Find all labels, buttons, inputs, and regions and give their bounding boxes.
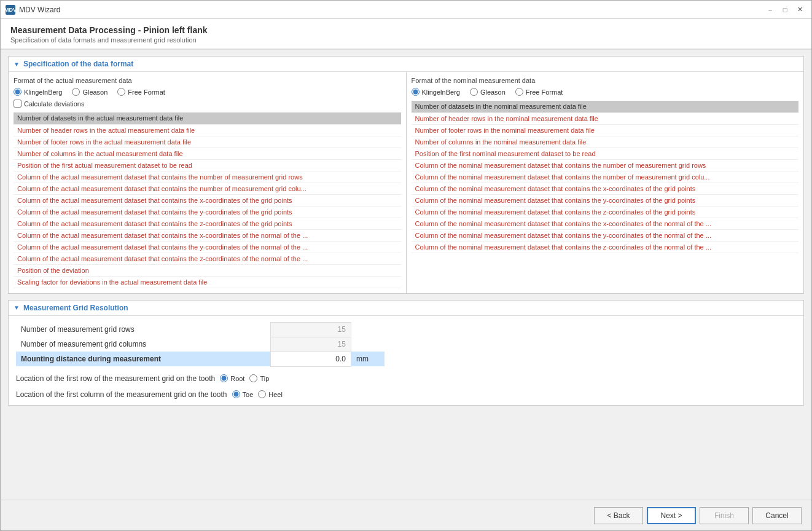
actual-format-col: Format of the actual measurement data Kl… <box>9 72 407 293</box>
app-icon: MDV <box>6 5 15 15</box>
window-controls: − □ ✕ <box>763 4 806 16</box>
minimize-button[interactable]: − <box>763 4 777 16</box>
root-option[interactable]: Root <box>220 374 244 382</box>
nominal-table-row-8: Column of the nominal measurement datase… <box>412 194 799 206</box>
footer-bar: < Back Next > Finish Cancel <box>1 500 811 530</box>
location-col-row: Location of the first column of the meas… <box>16 390 796 399</box>
title-bar: MDV MDV Wizard − □ ✕ <box>1 1 811 19</box>
grid-unit-0 <box>351 322 385 337</box>
nominal-table-row-10: Column of the nominal measurement datase… <box>412 218 799 229</box>
actual-table-row-12: Column of the actual measurement dataset… <box>14 253 401 264</box>
grid-label-2: Mounting distance during measurement <box>16 352 271 366</box>
header-section: Measurement Data Processing - Pinion lef… <box>1 19 811 49</box>
calculate-deviations-checkbox[interactable]: Calculate deviations <box>14 100 401 108</box>
actual-table-row-0: Number of datasets in the actual measure… <box>14 112 401 124</box>
grid-unit-1 <box>351 337 385 352</box>
nominal-table-row-2: Number of footer rows in the nominal mea… <box>412 124 799 136</box>
grid-value-2[interactable]: 0.0 <box>271 352 351 366</box>
toe-label: Toe <box>243 391 254 398</box>
maximize-button[interactable]: □ <box>778 4 792 16</box>
nominal-freeformat-label: Free Format <box>526 88 563 96</box>
grid-section-title: Measurement Grid Resolution <box>23 304 128 312</box>
actual-gleason-option[interactable]: Gleason <box>72 88 107 96</box>
format-columns: Format of the actual measurement data Kl… <box>9 72 803 293</box>
actual-table-row-9: Column of the actual measurement dataset… <box>14 218 401 229</box>
grid-row-2: Mounting distance during measurement0.0m… <box>16 352 385 366</box>
nominal-gleason-option[interactable]: Gleason <box>470 88 506 96</box>
expand-arrow-icon[interactable]: ▼ <box>14 61 20 68</box>
grid-section-header: ▼ Measurement Grid Resolution <box>9 301 803 316</box>
actual-table-row-2: Number of footer rows in the actual meas… <box>14 136 401 148</box>
calculate-deviations-label: Calculate deviations <box>24 100 84 108</box>
nominal-data-table: Number of datasets in the nominal measur… <box>412 101 799 253</box>
nominal-table-row-1: Number of header rows in the nominal mea… <box>412 112 799 124</box>
actual-table-row-10: Column of the actual measurement dataset… <box>14 229 401 241</box>
actual-table-row-1: Number of header rows in the actual meas… <box>14 124 401 136</box>
grid-unit-2: mm <box>351 352 385 366</box>
page-title: Measurement Data Processing - Pinion lef… <box>10 25 802 35</box>
actual-table-row-11: Column of the actual measurement dataset… <box>14 241 401 253</box>
back-button[interactable]: < Back <box>594 507 643 524</box>
actual-gleason-label: Gleason <box>82 88 107 96</box>
grid-row-1: Number of measurement grid columns15 <box>16 337 385 352</box>
data-format-title: Specification of the data format <box>23 60 133 68</box>
grid-content: Number of measurement grid rows15Number … <box>9 316 803 405</box>
nominal-table-row-7: Column of the nominal measurement datase… <box>412 183 799 194</box>
content-area: ▼ Specification of the data format Forma… <box>1 50 811 500</box>
actual-group-label: Format of the actual measurement data <box>14 77 401 84</box>
nominal-table-row-12: Column of the nominal measurement datase… <box>412 241 799 253</box>
actual-table-row-13: Position of the deviation <box>14 264 401 276</box>
nominal-table-row-6: Column of the nominal measurement datase… <box>412 171 799 183</box>
root-label: Root <box>230 375 244 382</box>
nominal-table-row-0: Number of datasets in the nominal measur… <box>412 101 799 112</box>
grid-table: Number of measurement grid rows15Number … <box>16 322 385 367</box>
grid-label-0: Number of measurement grid rows <box>16 322 271 337</box>
heel-label: Heel <box>268 391 283 398</box>
window-title: MDV Wizard <box>19 6 60 14</box>
heel-option[interactable]: Heel <box>258 390 283 398</box>
actual-table-row-8: Column of the actual measurement dataset… <box>14 206 401 218</box>
location-row-label: Location of the first row of the measure… <box>16 374 215 383</box>
actual-freeformat-option[interactable]: Free Format <box>117 88 165 96</box>
nominal-freeformat-option[interactable]: Free Format <box>515 88 563 96</box>
data-format-header: ▼ Specification of the data format <box>9 57 803 72</box>
location-row-row: Location of the first row of the measure… <box>16 374 796 383</box>
nominal-table-row-5: Column of the nominal measurement datase… <box>412 159 799 171</box>
page-subtitle: Specification of data formats and measur… <box>10 36 802 44</box>
nominal-radio-group: KlingelnBerg Gleason Free Format <box>412 88 799 96</box>
nominal-table-row-3: Number of columns in the nominal measure… <box>412 136 799 148</box>
finish-button[interactable]: Finish <box>700 507 749 524</box>
grid-value-1: 15 <box>271 337 351 352</box>
actual-table-row-5: Column of the actual measurement dataset… <box>14 171 401 183</box>
actual-table-row-7: Column of the actual measurement dataset… <box>14 194 401 206</box>
nominal-format-col: Format of the nominal measurement data K… <box>407 72 804 293</box>
actual-radio-group: KlingelnBerg Gleason Free Format <box>14 88 401 96</box>
grid-label-1: Number of measurement grid columns <box>16 337 271 352</box>
nominal-group-label: Format of the nominal measurement data <box>412 77 799 84</box>
actual-table-row-6: Column of the actual measurement dataset… <box>14 183 401 194</box>
toe-option[interactable]: Toe <box>232 390 254 398</box>
nominal-table-row-11: Column of the nominal measurement datase… <box>412 229 799 241</box>
nominal-klingelnberg-option[interactable]: KlingelnBerg <box>412 88 460 96</box>
actual-data-table: Number of datasets in the actual measure… <box>14 112 401 288</box>
actual-klingelnberg-option[interactable]: KlingelnBerg <box>14 88 62 96</box>
data-format-panel: ▼ Specification of the data format Forma… <box>8 56 804 294</box>
grid-expand-arrow-icon[interactable]: ▼ <box>14 304 20 311</box>
grid-row-0: Number of measurement grid rows15 <box>16 322 385 337</box>
nominal-table-row-9: Column of the nominal measurement datase… <box>412 206 799 218</box>
nominal-gleason-label: Gleason <box>480 88 506 96</box>
location-col-label: Location of the first column of the meas… <box>16 390 227 399</box>
actual-table-row-4: Position of the first actual measurement… <box>14 159 401 171</box>
nominal-klingelnberg-label: KlingelnBerg <box>422 88 460 96</box>
grid-resolution-panel: ▼ Measurement Grid Resolution Number of … <box>8 300 804 406</box>
cancel-button[interactable]: Cancel <box>752 507 802 524</box>
actual-klingelnberg-label: KlingelnBerg <box>24 88 62 96</box>
tip-label: Tip <box>260 375 269 382</box>
actual-freeformat-label: Free Format <box>128 88 165 96</box>
actual-table-row-14: Scaling factor for deviations in the act… <box>14 276 401 288</box>
close-button[interactable]: ✕ <box>793 4 806 16</box>
nominal-table-row-4: Position of the first nominal measuremen… <box>412 148 799 159</box>
actual-table-row-3: Number of columns in the actual measurem… <box>14 148 401 159</box>
tip-option[interactable]: Tip <box>249 374 269 382</box>
next-button[interactable]: Next > <box>647 507 696 524</box>
